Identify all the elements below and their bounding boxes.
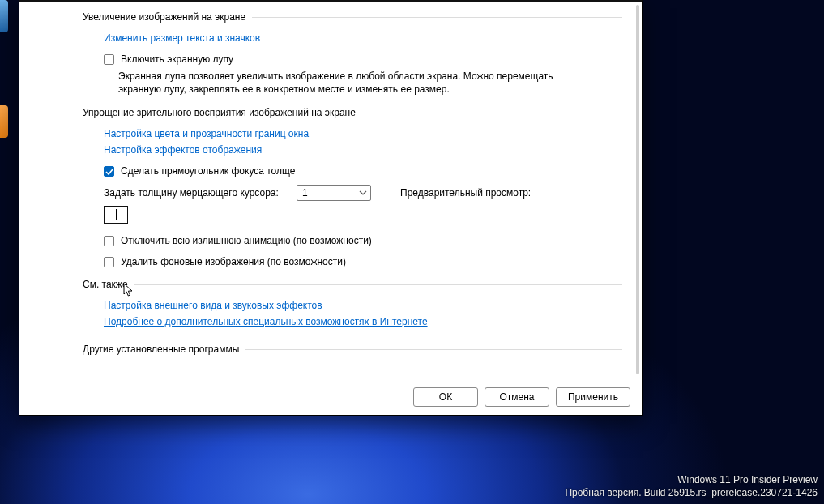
link-appearance-sound[interactable]: Настройка внешнего вида и звуковых эффек… [104, 300, 322, 311]
vertical-scrollbar[interactable] [636, 5, 639, 374]
dialog-button-bar: ОК Отмена Применить [19, 378, 642, 415]
checkbox-enable-magnifier[interactable] [104, 54, 114, 65]
cursor-preview-caret [116, 209, 117, 220]
link-window-border-color[interactable]: Настройка цвета и прозрачности границ ок… [104, 128, 309, 139]
ok-button[interactable]: ОК [413, 387, 478, 407]
cursor-preview-box [104, 206, 128, 224]
group-separator [362, 113, 622, 113]
group-see-also: См. также Настройка внешнего вида и звук… [83, 279, 622, 329]
desktop-shortcut-icon[interactable] [0, 0, 8, 32]
group-enlarge-images: Увеличение изображений на экране Изменит… [83, 11, 622, 97]
group-other-installed-programs: Другие установленные программы [83, 344, 622, 355]
chevron-down-icon [359, 189, 367, 197]
group-title: Упрощение зрительного восприятия изображ… [83, 107, 356, 118]
group-title: См. также [83, 279, 128, 290]
desktop-shortcut-icon[interactable] [0, 105, 8, 138]
preview-label: Предварительный просмотр: [400, 187, 531, 199]
group-simplify-visual: Упрощение зрительного восприятия изображ… [83, 107, 622, 269]
watermark-line1: Windows 11 Pro Insider Preview [565, 473, 818, 486]
cancel-button[interactable]: Отмена [485, 387, 549, 407]
link-display-effects[interactable]: Настройка эффектов отображения [104, 144, 262, 156]
group-separator [245, 349, 622, 350]
cursor-thickness-combobox[interactable]: 1 [297, 185, 371, 201]
cursor-thickness-label: Задать толщину мерцающего курсора: [104, 187, 282, 199]
group-title: Увеличение изображений на экране [83, 11, 245, 23]
checkbox-disable-animations[interactable] [104, 236, 114, 246]
group-title: Другие установленные программы [83, 344, 239, 355]
group-separator [252, 17, 622, 18]
desktop-shortcut-label: ex [0, 32, 8, 41]
checkbox-thicker-focus-rect[interactable] [104, 166, 114, 177]
checkbox-label: Удалить фоновые изображения (по возможно… [121, 256, 346, 267]
magnifier-description: Экранная лупа позволяет увеличить изобра… [118, 70, 588, 96]
group-separator [134, 284, 622, 285]
watermark-line2: Пробная версия. Build 25915.rs_prereleas… [565, 486, 818, 499]
combobox-value: 1 [302, 187, 308, 199]
checkbox-label: Сделать прямоугольник фокуса толще [121, 165, 295, 177]
checkbox-remove-background-images[interactable] [104, 257, 114, 267]
link-more-accessibility-online[interactable]: Подробнее о дополнительных специальных в… [104, 316, 428, 327]
checkbox-label: Отключить всю излишнюю анимацию (по возм… [121, 235, 372, 246]
checkbox-label: Включить экранную лупу [121, 53, 233, 65]
link-resize-text-icons[interactable]: Изменить размер текста и значков [104, 32, 260, 44]
dialog-content: Увеличение изображений на экране Изменит… [19, 2, 642, 378]
windows-watermark: Windows 11 Pro Insider Preview Пробная в… [565, 473, 818, 499]
desktop-icons: ex x. [0, 0, 8, 259]
ease-of-access-dialog: Увеличение изображений на экране Изменит… [19, 0, 643, 416]
desktop-shortcut-label: x. [0, 198, 8, 207]
apply-button[interactable]: Применить [556, 387, 630, 407]
